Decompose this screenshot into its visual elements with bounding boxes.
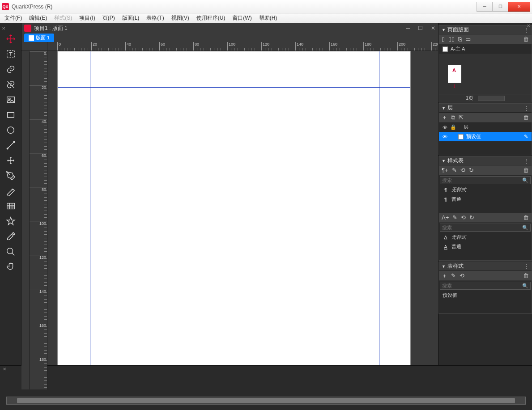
blank-master-icon[interactable]: ▯ — [442, 36, 445, 42]
menu-视图(V)[interactable]: 视图(V) — [169, 13, 192, 23]
update-tablestyle-icon[interactable]: ⟲ — [460, 272, 464, 279]
layer-header-row: 👁🔒层 — [439, 123, 532, 132]
trash-icon[interactable]: 🗑 — [523, 167, 529, 173]
link-tool[interactable] — [3, 62, 19, 77]
doc-minimize-button[interactable]: ─ — [406, 25, 410, 31]
page-count-label: 1页 — [466, 95, 473, 101]
close-button[interactable]: ✕ — [508, 2, 530, 12]
page-thumb-1[interactable]: A 1 — [448, 65, 461, 83]
eye-icon[interactable]: 👁 — [443, 134, 447, 139]
image-tool[interactable] — [3, 92, 19, 107]
oval-tool[interactable] — [3, 123, 19, 138]
trash-icon[interactable]: 🗑 — [523, 114, 529, 121]
style-item[interactable]: A无样式 — [439, 232, 532, 242]
panel-menu-icon[interactable]: ⋮ — [524, 263, 529, 270]
toolbox: ✕ — [0, 23, 21, 397]
doc-maximize-button[interactable]: ☐ — [418, 25, 423, 31]
trash-icon[interactable]: 🗑 — [523, 36, 529, 42]
update-style-icon[interactable]: ⟲ — [460, 167, 465, 173]
page[interactable] — [57, 51, 411, 389]
refresh-style-icon[interactable]: ↻ — [469, 167, 474, 173]
horizontal-ruler[interactable]: 020406080100120140160180200220 — [47, 42, 438, 51]
text-tool[interactable] — [3, 46, 19, 62]
menu-使用程序(U)[interactable]: 使用程序(U) — [194, 13, 228, 23]
char-search-input[interactable] — [442, 225, 522, 230]
trash-icon[interactable]: 🗑 — [523, 272, 529, 279]
pen-tool[interactable] — [3, 168, 19, 183]
new-tablestyle-icon[interactable]: ＋ — [442, 272, 447, 280]
styles-header[interactable]: ▼样式表⋮ — [439, 156, 532, 165]
page-thumbnails[interactable]: A 1 — [439, 54, 532, 94]
trash-icon[interactable]: 🗑 — [523, 214, 529, 221]
page-layout-header[interactable]: ▼页面版面⋮ — [439, 25, 532, 34]
para-search-input[interactable] — [442, 178, 522, 183]
eyedropper-tool[interactable] — [3, 229, 19, 244]
edit-style-icon[interactable]: ✎ — [452, 167, 457, 173]
edit-charstyle-icon[interactable]: ✎ — [452, 214, 457, 221]
merge-layer-icon[interactable]: ⧉ — [451, 114, 455, 121]
table-search-input[interactable] — [442, 283, 522, 288]
style-item[interactable]: ¶普通 — [439, 194, 532, 204]
panel-close-icon[interactable]: ✕ — [527, 23, 530, 28]
edit-tablestyle-icon[interactable]: ✎ — [451, 272, 456, 279]
move-tool[interactable] — [3, 31, 19, 46]
new-style-icon[interactable]: ¶+ — [442, 167, 448, 173]
document-icon — [24, 25, 31, 32]
zoom-tool[interactable] — [3, 244, 19, 259]
menu-帮助(H)[interactable]: 帮助(H) — [256, 13, 280, 23]
menu-窗口(W)[interactable]: 窗口(W) — [230, 13, 254, 23]
menu-表格(T)[interactable]: 表格(T) — [144, 13, 166, 23]
pan-tool[interactable] — [3, 259, 19, 275]
unlink-tool[interactable] — [3, 77, 19, 92]
layout-tab[interactable]: 版面 1 — [24, 34, 54, 42]
layers-header[interactable]: ▼层⋮ — [439, 104, 532, 113]
style-item[interactable]: A普通 — [439, 242, 532, 251]
svg-rect-7 — [7, 203, 14, 209]
panel-dock: ✕ ▼页面版面⋮ ▯ ▯▯ ⎘ ▭ 🗑 A-主 A A 1 1页 — [438, 23, 532, 397]
ruler-corner — [21, 42, 47, 51]
facing-master-icon[interactable]: ▯▯ — [448, 36, 455, 42]
refresh-charstyle-icon[interactable]: ↻ — [469, 214, 474, 221]
bottom-dock-area: ✕ — [0, 365, 532, 397]
section-icon[interactable]: ▭ — [465, 36, 471, 42]
svg-point-5 — [7, 148, 8, 149]
search-icon[interactable]: 🔍 — [522, 225, 528, 231]
app-horizontal-scrollbar[interactable] — [6, 397, 526, 405]
toolbox-close-icon[interactable]: ✕ — [2, 26, 5, 31]
panel-menu-icon[interactable]: ⋮ — [524, 105, 529, 111]
vertical-ruler-strip[interactable] — [21, 51, 30, 389]
canvas-viewport[interactable] — [47, 51, 438, 389]
rectangle-tool[interactable] — [3, 107, 19, 123]
layer-default[interactable]: 👁预设值✎ — [439, 132, 532, 141]
update-charstyle-icon[interactable]: ⟲ — [461, 214, 466, 221]
table-style-item[interactable]: 预设值 — [439, 291, 532, 300]
edit-icon[interactable]: ✎ — [524, 134, 528, 139]
vertical-ruler[interactable]: 020406080100120140160180 — [30, 51, 47, 389]
search-icon[interactable]: 🔍 — [522, 178, 528, 183]
search-icon[interactable]: 🔍 — [522, 283, 528, 289]
minimize-button[interactable]: ─ — [477, 2, 493, 12]
star-tool[interactable] — [3, 214, 19, 229]
panel-menu-icon[interactable]: ⋮ — [524, 158, 529, 164]
duplicate-icon[interactable]: ⎘ — [458, 36, 462, 42]
thumb-scrollbar[interactable] — [478, 96, 505, 101]
doc-close-button[interactable]: ✕ — [431, 25, 435, 31]
bottom-close-icon[interactable]: ✕ — [3, 367, 6, 372]
style-item[interactable]: ¶无样式 — [439, 185, 532, 194]
new-charstyle-icon[interactable]: A+ — [442, 214, 449, 221]
menu-文件(F)[interactable]: 文件(F) — [2, 13, 25, 23]
menu-页(P)[interactable]: 页(P) — [100, 13, 118, 23]
menu-版面(L)[interactable]: 版面(L) — [119, 13, 142, 23]
table-tool[interactable] — [3, 199, 19, 214]
document-titlebar: 项目1 : 版面 1 ─ ☐ ✕ — [21, 23, 438, 33]
new-layer-icon[interactable]: ＋ — [442, 114, 447, 122]
master-page-row[interactable]: A-主 A — [439, 44, 532, 54]
maximize-button[interactable]: ☐ — [492, 2, 508, 12]
item-move-tool[interactable] — [3, 153, 19, 168]
bezier-tool[interactable] — [3, 183, 19, 199]
line-tool[interactable] — [3, 138, 19, 153]
menu-项目(I)[interactable]: 项目(I) — [77, 13, 98, 23]
move-layer-icon[interactable]: ⇱ — [459, 114, 464, 121]
menu-编辑(E)[interactable]: 编辑(E) — [26, 13, 50, 23]
table-styles-header[interactable]: ▼表样式⋮ — [439, 262, 532, 271]
